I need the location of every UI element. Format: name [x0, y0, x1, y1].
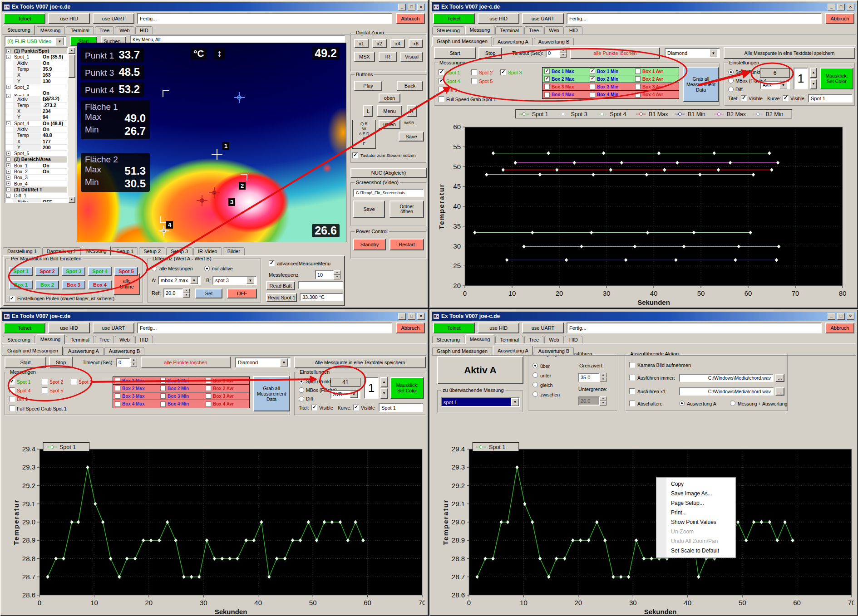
- tree-row[interactable]: -Diff_1: [5, 193, 67, 199]
- diff-1-checkbox[interactable]: [9, 396, 15, 402]
- tab-terminal[interactable]: Terminal: [66, 26, 94, 34]
- x1-path-field[interactable]: C:\Windows\Media\chord.wav: [679, 387, 774, 396]
- device-select[interactable]: (0) FLIR USB Video▼: [5, 36, 66, 46]
- subtab-graph-und-messungen[interactable]: Graph und Messungen: [3, 346, 63, 355]
- full-speed-checkbox[interactable]: [9, 406, 15, 411]
- box-1-min-checkbox[interactable]: [160, 378, 166, 383]
- spot1-temp-field[interactable]: 33.300 °C: [300, 293, 343, 301]
- tree-row[interactable]: +Spot_2: [5, 84, 67, 90]
- menu-item-copy[interactable]: Copy: [656, 479, 735, 489]
- box-4-min-checkbox[interactable]: [590, 92, 595, 98]
- tree-row[interactable]: -(2) Bereich/Area: [5, 156, 67, 162]
- tab-terminal[interactable]: Terminal: [495, 336, 523, 344]
- spot-5-button[interactable]: Spot 5: [114, 267, 138, 276]
- avr-select[interactable]: AVR▼: [760, 81, 790, 89]
- tree-row[interactable]: AktivOn: [5, 127, 67, 132]
- auswertung-a-radio[interactable]: [679, 401, 685, 406]
- condition-unter-radio[interactable]: [533, 372, 538, 378]
- tastatur-checkbox[interactable]: [352, 152, 358, 158]
- alle-offline-button[interactable]: alle Offline: [113, 273, 140, 295]
- abbruch-button[interactable]: Abbruch: [825, 323, 854, 333]
- mode-ir-button[interactable]: IR: [379, 52, 397, 62]
- spin-down-icon[interactable]: ▼: [560, 53, 567, 58]
- box-4-avr-checkbox[interactable]: [206, 401, 211, 407]
- condition-über-radio[interactable]: [533, 363, 538, 368]
- off-button[interactable]: OFF: [227, 288, 257, 298]
- screenshot-save-button[interactable]: Save: [353, 200, 385, 218]
- stop-button[interactable]: Stop: [478, 47, 502, 59]
- minimize-button[interactable]: _: [398, 4, 406, 10]
- menu-item-set-scale-to-default[interactable]: Set Scale to Default: [656, 546, 735, 556]
- spot-2-checkbox[interactable]: [42, 379, 48, 385]
- status-field[interactable]: Fertig...: [137, 13, 392, 24]
- close-button[interactable]: ×: [417, 4, 425, 10]
- telnet-button[interactable]: Telnet: [4, 323, 45, 333]
- mausklick-set-color-button[interactable]: Mausklick: Set Color: [820, 68, 853, 89]
- minimize-button[interactable]: _: [398, 313, 406, 320]
- batt-field[interactable]: [298, 281, 343, 289]
- nuc-button[interactable]: NUC (Abgleich): [350, 168, 427, 178]
- tab-tree[interactable]: Tree: [95, 26, 114, 34]
- tab-setup-3[interactable]: Setup 3: [166, 247, 192, 255]
- tab-hid[interactable]: HID: [565, 336, 582, 344]
- tab-tree[interactable]: Tree: [524, 336, 543, 344]
- scrollbar-thumb[interactable]: [68, 54, 75, 78]
- play-button[interactable]: Play: [354, 81, 382, 91]
- standby-button[interactable]: Standby: [353, 239, 386, 250]
- full-speed-checkbox[interactable]: [439, 96, 444, 102]
- tab-bilder[interactable]: Bilder: [223, 247, 245, 255]
- expand-icon[interactable]: +: [6, 152, 10, 156]
- tree-row[interactable]: X177: [5, 138, 67, 144]
- tab-steuerung[interactable]: Steuerung: [3, 25, 35, 34]
- box-1-button[interactable]: Box 1: [9, 280, 33, 289]
- temperature-graph-multi[interactable]: 20253035404550556001020304050607080Sekun…: [436, 109, 854, 305]
- expand-icon[interactable]: -: [6, 49, 10, 53]
- tree-row[interactable]: -(1) Punkte/Spot: [5, 48, 67, 54]
- condition-gleich-radio[interactable]: [533, 382, 538, 387]
- use-uart-button[interactable]: use UART: [522, 13, 564, 24]
- spin-down-icon[interactable]: ▼: [130, 362, 137, 367]
- chevron-down-icon[interactable]: ▼: [710, 49, 717, 57]
- expand-icon[interactable]: -: [6, 187, 10, 191]
- tree-scrollbar[interactable]: ▲ ▼: [68, 47, 75, 203]
- clear-points-button[interactable]: alle Punkte löschen: [141, 357, 231, 368]
- temperature-graph-spot1[interactable]: 28.628.728.828.929.029.129.229.329.40102…: [6, 442, 425, 614]
- tree-row[interactable]: Temp48.8: [5, 132, 67, 138]
- zoom-x4-button[interactable]: x4: [390, 39, 405, 48]
- tab-messung[interactable]: Messung: [465, 25, 495, 34]
- spin-up-icon[interactable]: ▲: [560, 49, 567, 53]
- spot-2-checkbox[interactable]: [471, 69, 477, 75]
- spot-4-checkbox[interactable]: [9, 387, 15, 393]
- mbox-radio[interactable]: [299, 387, 304, 393]
- tree-row[interactable]: -Spot_1On (35.9): [5, 54, 67, 60]
- spot-4-checkbox[interactable]: [439, 78, 444, 84]
- wert-b-select[interactable]: spot 3▼: [212, 276, 257, 285]
- status-field[interactable]: Fertig...: [567, 13, 822, 24]
- marker-style-select[interactable]: Diamond▼: [235, 357, 291, 367]
- tree-row[interactable]: AktivOFF: [5, 199, 67, 203]
- tab-setup-1[interactable]: Setup 1: [112, 247, 138, 255]
- box-2-avr-checkbox[interactable]: [635, 76, 641, 82]
- close-button[interactable]: ×: [847, 313, 854, 320]
- box-4-max-checkbox[interactable]: [115, 401, 120, 407]
- expand-icon[interactable]: +: [6, 163, 10, 167]
- spin-up-icon[interactable]: ▲: [130, 358, 137, 362]
- tree-row[interactable]: -(3) Diff/Ref T: [5, 187, 67, 193]
- avr-select[interactable]: AVR▼: [330, 390, 360, 399]
- left-button[interactable]: L: [363, 105, 373, 117]
- tab-hid[interactable]: HID: [135, 26, 153, 34]
- tab-web[interactable]: Web: [115, 26, 134, 34]
- set-button[interactable]: Set: [195, 288, 222, 298]
- grenzwert-spinner[interactable]: 35.0▲▼: [578, 373, 607, 382]
- zoom-x2-button[interactable]: x2: [372, 39, 387, 48]
- tree-row[interactable]: X163: [5, 72, 67, 78]
- spot-3-checkbox[interactable]: [500, 69, 506, 75]
- spin-down-icon[interactable]: ▼: [183, 293, 190, 298]
- zoom-x8-button[interactable]: x8: [409, 39, 423, 48]
- kurve-visible-checkbox[interactable]: [783, 95, 789, 101]
- subtab-graph-und-messungen[interactable]: Graph und Messungen: [432, 347, 492, 355]
- use-hid-button[interactable]: use HID: [478, 13, 519, 24]
- box-1-min-checkbox[interactable]: [590, 68, 595, 74]
- box-2-avr-checkbox[interactable]: [206, 386, 211, 391]
- spot-1-checkbox[interactable]: [9, 379, 15, 385]
